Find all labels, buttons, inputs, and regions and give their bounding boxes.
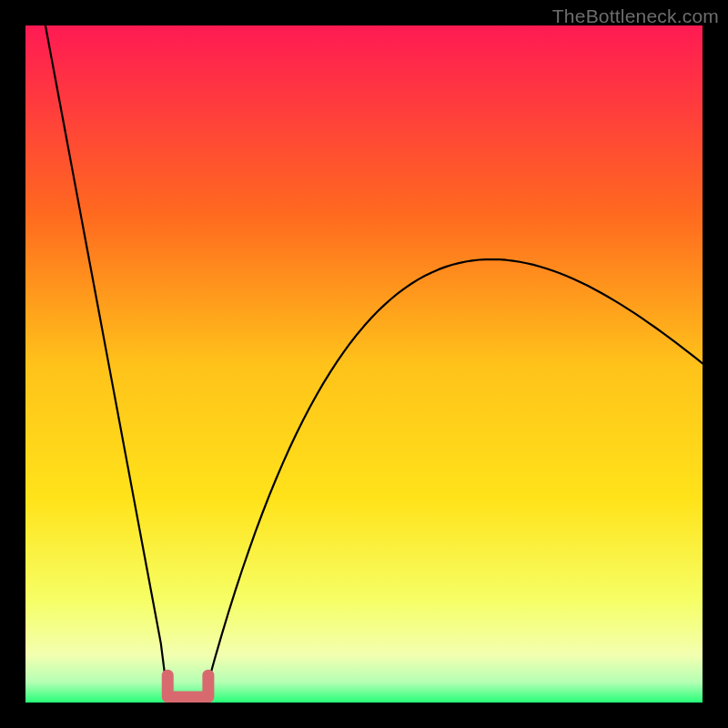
watermark-text: TheBottleneck.com: [552, 5, 719, 27]
chart-frame: TheBottleneck.com: [0, 0, 728, 728]
gradient-background: [25, 25, 703, 703]
bottleneck-chart: [25, 25, 703, 703]
plot-area: [25, 25, 703, 703]
